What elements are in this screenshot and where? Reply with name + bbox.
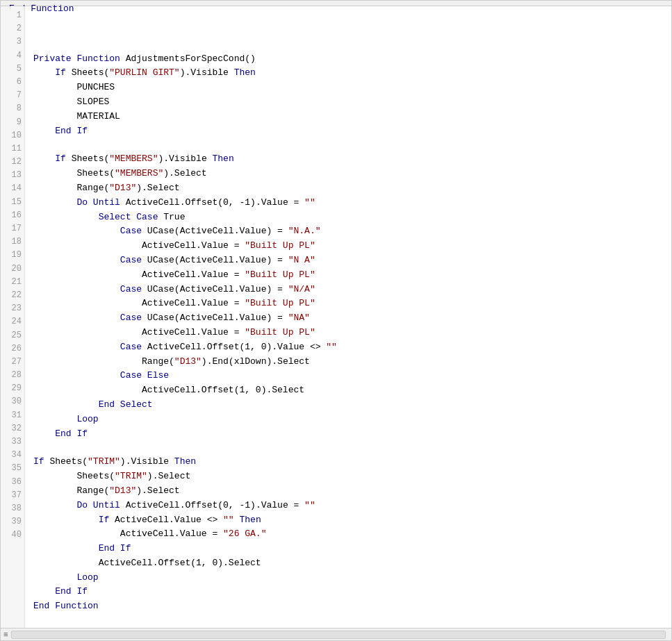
code-line: Do Until ActiveCell.Offset(0, -1).Value … [33,499,663,513]
code-line: Case UCase(ActiveCell.Value) = "N.A." [33,224,663,239]
code-line: End If [33,585,663,599]
code-line: If Sheets("PURLIN GIRT").Visible Then [33,66,663,81]
code-line [33,138,663,152]
code-line: Do Until ActiveCell.Offset(0, -1).Value … [33,196,663,210]
code-line: If Sheets("TRIM").Visible Then [33,455,663,469]
code-line: Loop [33,571,663,585]
code-line: ActiveCell.Value = "26 GA." [33,527,663,542]
code-line: End If [33,427,663,442]
code-line: Range("D13").End(xlDown).Select [33,355,663,369]
code-line: End Function [33,599,663,614]
code-line [33,38,663,52]
code-line: Case UCase(ActiveCell.Value) = "N A" [33,253,663,268]
code-line: Sheets("MEMBERS").Select [33,167,663,181]
code-line: Loop [33,413,663,427]
code-line: ActiveCell.Offset(1, 0).Select [33,556,663,571]
code-line: If ActiveCell.Value <> "" Then [33,513,663,528]
code-line [33,441,663,455]
code-line: Range("D13").Select [33,484,663,499]
scroll-icon: ≡ [3,631,8,639]
code-line: End If [33,124,663,139]
editor-container: End Function 123456789101112131415161718… [0,0,672,641]
code-line: Select Case True [33,210,663,225]
code-line: SLOPES [33,95,663,110]
code-line: Case UCase(ActiveCell.Value) = "N/A" [33,283,663,297]
horizontal-scrollbar[interactable] [11,631,666,639]
bottom-bar: ≡ [1,628,671,640]
code-line: ActiveCell.Value = "Built Up PL" [33,268,663,283]
code-line: If Sheets("MEMBERS").Visible Then [33,152,663,167]
code-line: ActiveCell.Value = "Built Up PL" [33,297,663,311]
code-line: End Select [33,398,663,413]
code-line: Private Function AdjustmentsForSpecCond(… [33,52,663,67]
code-area: 1234567891011121314151617181920212223242… [1,6,671,628]
code-line: Case UCase(ActiveCell.Value) = "NA" [33,311,663,326]
code-line: ActiveCell.Offset(1, 0).Select [33,383,663,398]
top-bar: End Function [1,1,671,6]
code-line: PUNCHES [33,81,663,95]
code-line: MATERIAL [33,110,663,124]
code-content[interactable]: Private Function AdjustmentsForSpecCond(… [25,6,671,628]
code-line: End If [33,542,663,556]
code-line: Range("D13").Select [33,181,663,196]
code-line: Case ActiveCell.Offset(1, 0).Value <> "" [33,340,663,355]
code-line: ActiveCell.Value = "Built Up PL" [33,239,663,253]
code-line: ActiveCell.Value = "Built Up PL" [33,326,663,340]
code-line: Sheets("TRIM").Select [33,469,663,484]
line-numbers: 1234567891011121314151617181920212223242… [1,6,25,628]
code-line: Case Else [33,369,663,383]
